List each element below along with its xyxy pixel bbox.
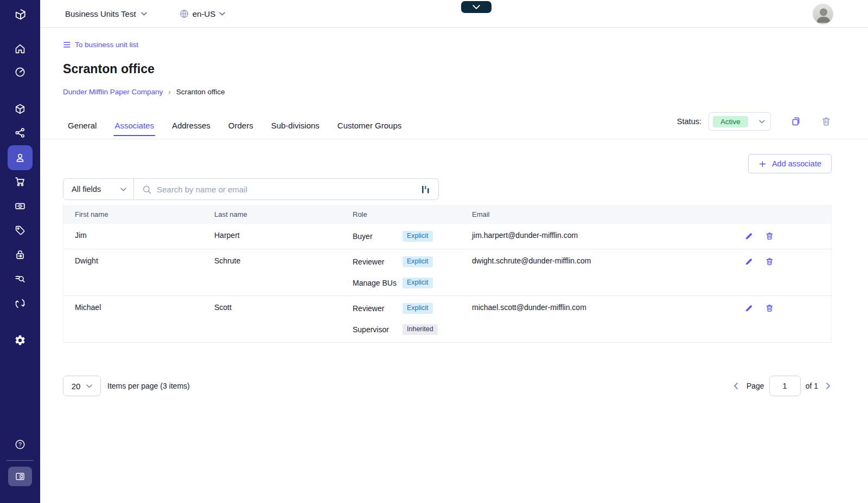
next-page-icon[interactable] (824, 382, 832, 390)
search-input[interactable] (134, 179, 438, 199)
orders-icon[interactable] (14, 176, 26, 188)
edit-associate-button[interactable] (744, 304, 754, 313)
add-associate-label: Add associate (772, 159, 821, 168)
back-to-list-link[interactable]: To business unit list (63, 41, 138, 49)
trash-icon (765, 304, 774, 313)
delete-associate-button[interactable] (765, 304, 774, 313)
dashboard-icon[interactable] (14, 66, 26, 78)
trash-icon (821, 116, 832, 127)
home-icon[interactable] (14, 43, 26, 55)
sidebar-item-customers[interactable] (8, 145, 33, 170)
search-icon (142, 185, 152, 195)
pencil-icon (744, 231, 754, 241)
table-row[interactable]: Jim Harpert Buyer Explicit jim.harpert@d… (63, 224, 831, 249)
checkout-icon[interactable] (14, 249, 26, 261)
user-avatar[interactable] (813, 4, 833, 24)
tab-addresses[interactable]: Addresses (172, 121, 210, 139)
cell-last-name: Schrute (203, 256, 341, 266)
cell-roles: Reviewer Explicit Supervisor Inherited (341, 303, 461, 335)
chevron-down-icon (120, 188, 126, 191)
items-per-page-label: Items per page (3 items) (107, 382, 190, 390)
role-badge: Explicit (403, 231, 433, 242)
top-bar: Business Units Test en-US (40, 0, 868, 28)
globe-icon (180, 9, 189, 18)
add-associate-button[interactable]: Add associate (748, 154, 832, 173)
discounts-icon[interactable] (14, 224, 26, 236)
status-dropdown[interactable]: Active (709, 112, 771, 131)
chevron-down-icon (219, 12, 225, 16)
tab-customer-groups[interactable]: Customer Groups (337, 121, 401, 139)
delete-associate-button[interactable] (765, 231, 774, 241)
operations-icon[interactable] (14, 298, 26, 309)
app-logo[interactable] (12, 7, 28, 22)
page-of-label: of 1 (806, 382, 818, 390)
settings-icon[interactable] (14, 334, 26, 346)
breadcrumb-separator-icon: › (168, 88, 170, 96)
cell-email: dwight.schrute@dunder-mifflin.com (461, 256, 739, 266)
audit-log-icon[interactable] (14, 273, 26, 285)
role-badge: Inherited (403, 324, 438, 335)
role-badge: Explicit (403, 303, 433, 314)
products-icon[interactable] (14, 103, 26, 115)
breadcrumb-current: Scranton office (176, 88, 225, 96)
pagination-bar: 20 Items per page (3 items) Page of 1 (63, 376, 832, 396)
role-badge: Explicit (403, 278, 433, 288)
tab-bar: General Associates Addresses Orders Sub-… (40, 112, 868, 139)
search-field-value: All fields (72, 185, 101, 194)
project-name: Business Units Test (65, 9, 136, 18)
edit-associate-button[interactable] (744, 231, 754, 241)
plus-icon (758, 160, 767, 168)
edit-associate-button[interactable] (744, 257, 754, 266)
search-field-dropdown[interactable]: All fields (63, 178, 134, 200)
main-content: To business unit list Scranton office Du… (40, 28, 868, 503)
column-header-last-name: Last name (203, 210, 341, 218)
tab-sub-divisions[interactable]: Sub-divisions (271, 121, 320, 139)
top-panel-toggle[interactable] (461, 1, 492, 13)
page-title: Scranton office (63, 62, 832, 76)
copy-icon (790, 116, 801, 127)
associates-table: First name Last name Role Email Jim Harp… (63, 205, 832, 343)
categories-icon[interactable] (14, 127, 26, 139)
tab-associates[interactable]: Associates (114, 121, 154, 139)
tab-orders[interactable]: Orders (228, 121, 253, 139)
previous-page-icon[interactable] (732, 382, 740, 390)
role-name: Reviewer (353, 304, 403, 313)
customers-icon (14, 152, 26, 164)
help-icon[interactable]: ? (14, 438, 26, 450)
role-name: Buyer (353, 232, 403, 241)
chevron-down-icon (86, 384, 92, 388)
chevron-down-icon (473, 5, 480, 9)
items-per-page-value: 20 (72, 382, 81, 391)
breadcrumb: Dunder Mifflin Paper Company › Scranton … (63, 88, 832, 96)
sidebar-divider (7, 460, 34, 461)
delete-business-unit-button[interactable] (821, 116, 832, 127)
column-header-first-name: First name (63, 210, 203, 218)
table-row[interactable]: Michael Scott Reviewer Explicit Supervis… (63, 296, 831, 343)
page-number-input[interactable] (769, 376, 801, 396)
duplicate-button[interactable] (790, 116, 801, 127)
list-icon (63, 41, 71, 48)
cell-email: jim.harpert@dunder-mifflin.com (461, 231, 739, 240)
items-per-page-dropdown[interactable]: 20 (63, 376, 101, 396)
cell-last-name: Harpert (203, 231, 341, 240)
page-label: Page (746, 382, 764, 390)
search-options-icon[interactable] (422, 185, 430, 194)
trash-icon (765, 231, 774, 241)
cell-first-name: Dwight (63, 256, 203, 266)
chevron-down-icon (141, 12, 147, 16)
cell-first-name: Jim (63, 231, 203, 240)
project-selector[interactable]: Business Units Test (65, 9, 147, 18)
locale-selector[interactable]: en-US (180, 9, 226, 18)
cell-roles: Reviewer Explicit Manage BUs Explicit (341, 256, 461, 288)
tab-general[interactable]: General (68, 121, 97, 139)
breadcrumb-parent-link[interactable]: Dunder Mifflin Paper Company (63, 88, 163, 96)
delete-associate-button[interactable] (765, 257, 774, 266)
back-link-label: To business unit list (75, 41, 138, 49)
cell-last-name: Scott (203, 303, 341, 312)
svg-text:?: ? (18, 442, 22, 448)
role-name: Reviewer (353, 257, 403, 267)
table-row[interactable]: Dwight Schrute Reviewer Explicit Manage … (63, 249, 831, 296)
pencil-icon (744, 304, 754, 313)
collapse-menu-button[interactable] (8, 467, 32, 486)
payments-icon[interactable] (14, 200, 26, 212)
